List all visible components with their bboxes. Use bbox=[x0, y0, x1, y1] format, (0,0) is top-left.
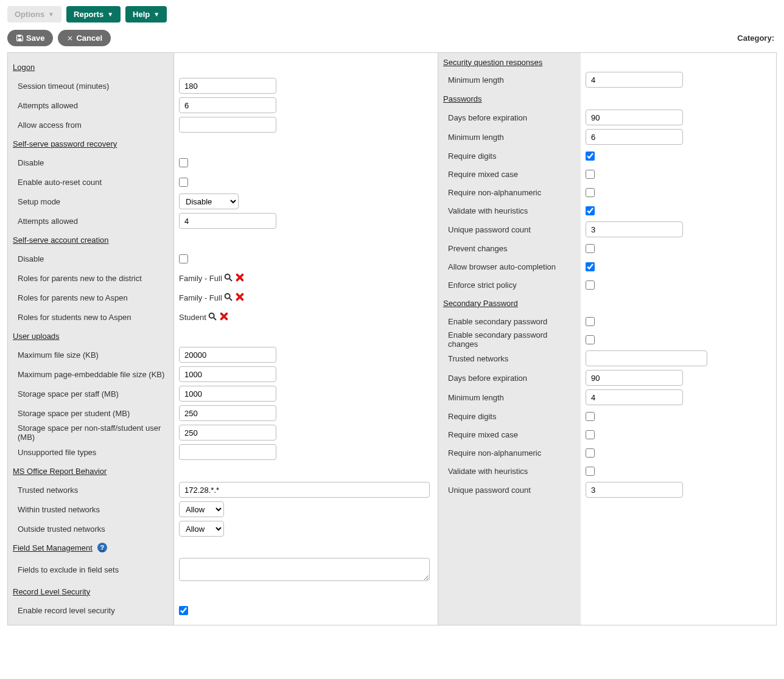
label-roles-parents-aspen: Roles for parents new to Aspen bbox=[8, 288, 173, 307]
label-secq-minlen: Minimum length bbox=[438, 70, 581, 89]
label-sec-heuristics: Validate with heuristics bbox=[438, 462, 581, 480]
check-ssp-autoreset[interactable] bbox=[179, 178, 188, 187]
check-pw-prevent[interactable] bbox=[586, 244, 595, 253]
input-storage-staff[interactable] bbox=[179, 386, 276, 402]
svg-point-2 bbox=[225, 274, 229, 279]
input-attempts[interactable] bbox=[179, 97, 276, 113]
label-exclude: Fields to exclude in field sets bbox=[8, 557, 173, 582]
check-ssp-disable[interactable] bbox=[179, 158, 188, 167]
check-pw-mixed[interactable] bbox=[586, 170, 595, 179]
label-roles-parents-district: Roles for parents new to the district bbox=[8, 268, 173, 288]
left-labels: Logon Session timeout (minutes) Attempts… bbox=[8, 53, 174, 625]
check-sec-enable-changes[interactable] bbox=[586, 335, 595, 344]
caret-down-icon: ▼ bbox=[107, 11, 113, 18]
check-rls-enable[interactable] bbox=[179, 606, 188, 615]
section-msoffice: MS Office Report Behavior bbox=[8, 462, 173, 480]
input-storage-other[interactable] bbox=[179, 425, 276, 440]
reports-label: Reports bbox=[74, 10, 103, 19]
fieldset-header-text: Field Set Management bbox=[13, 543, 93, 552]
options-button: Options ▼ bbox=[7, 6, 61, 23]
label-sec-enable: Enable secondary password bbox=[438, 312, 581, 330]
role-value-text: Family - Full bbox=[179, 293, 222, 302]
cancel-label: Cancel bbox=[76, 33, 102, 43]
label-within: Within trusted networks bbox=[8, 500, 173, 519]
label-pw-nonalpha: Require non-alphanumeric bbox=[438, 183, 581, 201]
select-outside[interactable]: Allow bbox=[179, 521, 224, 537]
svg-point-6 bbox=[209, 313, 214, 318]
input-unsupported[interactable] bbox=[179, 444, 276, 460]
textarea-exclude[interactable] bbox=[179, 558, 430, 581]
check-sec-heuristics[interactable] bbox=[586, 467, 595, 476]
help-icon[interactable]: ? bbox=[97, 543, 107, 552]
select-setup-mode[interactable]: Disable bbox=[179, 193, 239, 209]
input-session-timeout[interactable] bbox=[179, 78, 276, 94]
delete-icon[interactable] bbox=[219, 311, 229, 324]
label-ssp-autoreset: Enable auto-reset count bbox=[8, 172, 173, 192]
label-sec-trusted: Trusted networks bbox=[438, 349, 581, 368]
label-trusted: Trusted networks bbox=[8, 480, 173, 500]
check-sec-nonalpha[interactable] bbox=[586, 448, 595, 458]
save-button[interactable]: Save bbox=[7, 30, 53, 46]
check-sec-mixed[interactable] bbox=[586, 430, 595, 439]
spacer bbox=[581, 294, 776, 312]
cancel-button[interactable]: Cancel bbox=[58, 30, 111, 46]
search-icon[interactable] bbox=[208, 312, 217, 323]
svg-rect-0 bbox=[18, 35, 21, 37]
label-storage-student: Storage space per student (MB) bbox=[8, 403, 173, 423]
label-storage-other: Storage space per non-staff/student user… bbox=[8, 423, 173, 442]
search-icon[interactable] bbox=[223, 273, 233, 284]
delete-icon[interactable] bbox=[234, 272, 245, 285]
spacer bbox=[174, 58, 438, 76]
label-unsupported: Unsupported file types bbox=[8, 442, 173, 462]
input-pw-days[interactable] bbox=[586, 110, 683, 125]
input-sec-minlen[interactable] bbox=[586, 389, 683, 405]
help-button[interactable]: Help ▼ bbox=[125, 6, 167, 23]
check-pw-autocomplete[interactable] bbox=[586, 262, 595, 271]
input-sec-days[interactable] bbox=[586, 370, 683, 386]
label-ssp-attempts: Attempts allowed bbox=[8, 211, 173, 231]
check-sec-enable[interactable] bbox=[586, 317, 595, 326]
label-outside: Outside trusted networks bbox=[8, 519, 173, 538]
spacer bbox=[174, 462, 438, 480]
select-within[interactable]: Allow bbox=[179, 501, 224, 517]
reports-button[interactable]: Reports ▼ bbox=[66, 6, 121, 23]
input-max-page-embed[interactable] bbox=[179, 366, 276, 382]
check-pw-heuristics[interactable] bbox=[586, 206, 595, 215]
spacer bbox=[174, 538, 438, 557]
save-label: Save bbox=[26, 33, 44, 43]
label-ssa-disable: Disable bbox=[8, 249, 173, 268]
label-pw-digits: Require digits bbox=[438, 147, 581, 165]
input-pw-minlen[interactable] bbox=[586, 129, 683, 145]
section-uploads: User uploads bbox=[8, 327, 173, 345]
input-ssp-attempts[interactable] bbox=[179, 213, 276, 229]
delete-icon[interactable] bbox=[234, 291, 245, 304]
section-ss-account: Self-serve account creation bbox=[8, 231, 173, 249]
check-pw-strict[interactable] bbox=[586, 280, 595, 290]
save-icon bbox=[16, 34, 24, 42]
input-trusted-networks[interactable] bbox=[179, 482, 430, 498]
input-allow-access[interactable] bbox=[179, 117, 276, 133]
spacer bbox=[174, 327, 438, 345]
input-pw-unique[interactable] bbox=[586, 221, 683, 237]
search-icon[interactable] bbox=[223, 292, 233, 304]
role-parents-district: Family - Full bbox=[179, 272, 245, 285]
spacer bbox=[174, 231, 438, 249]
input-max-file[interactable] bbox=[179, 347, 276, 363]
label-attempts: Attempts allowed bbox=[8, 96, 173, 115]
label-sec-minlen: Minimum length bbox=[438, 388, 581, 407]
check-pw-digits[interactable] bbox=[586, 151, 595, 161]
check-pw-nonalpha[interactable] bbox=[586, 188, 595, 197]
label-pw-mixed: Require mixed case bbox=[438, 165, 581, 183]
input-secq-minlen[interactable] bbox=[586, 72, 683, 88]
label-session-timeout: Session timeout (minutes) bbox=[8, 76, 173, 96]
check-sec-digits[interactable] bbox=[586, 412, 595, 421]
input-storage-student[interactable] bbox=[179, 405, 276, 421]
label-ssp-setup: Setup mode bbox=[8, 192, 173, 211]
caret-down-icon: ▼ bbox=[153, 11, 159, 18]
spacer bbox=[581, 89, 776, 108]
input-sec-unique[interactable] bbox=[586, 482, 683, 498]
section-rls: Record Level Security bbox=[8, 582, 173, 601]
spacer bbox=[174, 582, 438, 601]
check-ssa-disable[interactable] bbox=[179, 254, 188, 263]
input-sec-trusted[interactable] bbox=[586, 350, 707, 366]
